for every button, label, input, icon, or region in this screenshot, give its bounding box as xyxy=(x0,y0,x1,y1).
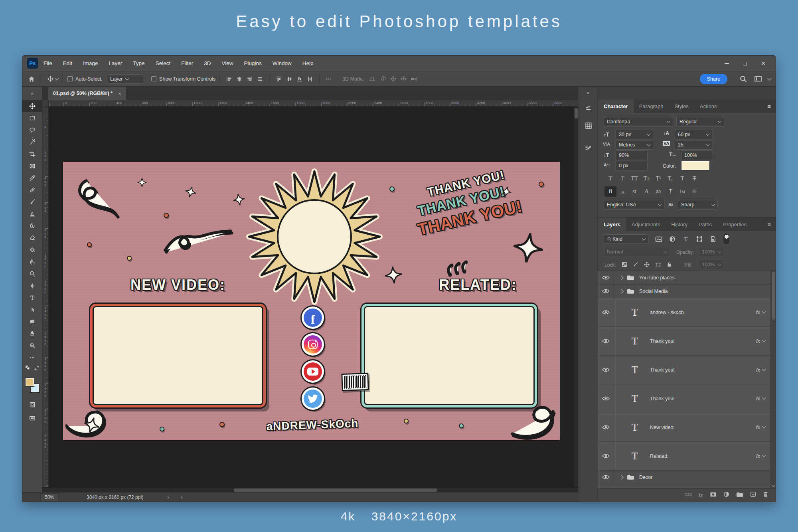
filter-type-layers-icon[interactable]: T xyxy=(680,234,691,244)
opentype-button[interactable]: 1st xyxy=(676,186,688,197)
layer-fx-chevron[interactable] xyxy=(762,425,766,429)
clone-stamp-tool[interactable] xyxy=(22,208,42,220)
zoom-level[interactable]: 50% xyxy=(40,493,59,501)
group-expand-chevron[interactable] xyxy=(619,475,623,479)
layer-fx-chevron[interactable] xyxy=(762,310,766,314)
layer-row[interactable]: T YouTube places xyxy=(598,271,776,285)
layer-name[interactable]: New video: xyxy=(650,425,675,430)
layer-style-icon[interactable]: fx xyxy=(699,492,703,498)
add-mask-icon[interactable] xyxy=(710,492,717,499)
text-layer-thumbnail[interactable]: T xyxy=(627,450,643,462)
layer-row[interactable]: T Thank you! fx xyxy=(598,356,776,384)
type-style-button[interactable]: Tᴛ xyxy=(640,174,652,184)
font-family-dropdown[interactable]: Comfortaa xyxy=(604,117,673,127)
layer-fx-badge[interactable]: fx xyxy=(756,367,762,373)
tab-close-icon[interactable]: × xyxy=(118,91,121,97)
horizontal-scrollbar[interactable] xyxy=(42,487,578,492)
group-expand-chevron[interactable] xyxy=(619,289,623,293)
opentype-button[interactable]: T xyxy=(664,186,676,197)
align-top-icon[interactable] xyxy=(274,74,284,84)
align-center-horizontal-icon[interactable] xyxy=(234,74,245,84)
text-layer-thumbnail[interactable]: T xyxy=(627,335,643,347)
layer-name[interactable]: Thank you! xyxy=(650,396,675,401)
layers-scrollbar[interactable] xyxy=(770,271,776,488)
filter-toggle-switch[interactable] xyxy=(723,233,729,244)
filter-adjustment-layers-icon[interactable] xyxy=(667,234,678,244)
swap-colors-icon[interactable] xyxy=(34,365,40,372)
tab-paths[interactable]: Paths xyxy=(693,218,717,231)
auto-select-target-dropdown[interactable]: Layer xyxy=(107,74,143,84)
horizontal-scale-field[interactable]: 100% xyxy=(681,150,713,160)
hand-tool[interactable] xyxy=(22,328,42,340)
tab-history[interactable]: History xyxy=(666,218,693,231)
align-right-icon[interactable] xyxy=(245,74,255,84)
layer-row[interactable]: T andrew - skoch fx xyxy=(598,298,776,327)
layer-visibility-toggle[interactable] xyxy=(598,271,614,284)
type-style-button[interactable]: T₁ xyxy=(664,174,676,184)
paint-bucket-tool[interactable] xyxy=(22,244,42,256)
tab-styles[interactable]: Styles xyxy=(669,99,694,113)
menu-item[interactable]: Image xyxy=(83,60,98,66)
language-dropdown[interactable]: English: USA xyxy=(604,200,664,210)
share-button[interactable]: Share xyxy=(700,74,727,84)
panel-menu-icon[interactable]: ≡ xyxy=(767,221,776,228)
brush-settings-panel-icon[interactable] xyxy=(579,139,598,157)
menu-item[interactable]: Edit xyxy=(63,60,72,66)
menu-item[interactable]: 3D xyxy=(204,60,211,66)
opentype-button[interactable]: fi xyxy=(604,186,616,197)
magic-wand-tool[interactable] xyxy=(22,136,42,148)
edit-toolbar-icon[interactable] xyxy=(22,352,42,364)
quick-mask-icon[interactable] xyxy=(22,399,42,411)
delete-layer-icon[interactable] xyxy=(763,491,768,499)
vertical-scrollbar[interactable] xyxy=(573,107,578,487)
tab-actions[interactable]: Actions xyxy=(694,99,723,113)
text-layer-thumbnail[interactable]: T xyxy=(627,393,643,405)
crop-tool[interactable] xyxy=(22,148,42,160)
type-style-button[interactable]: TT xyxy=(628,174,640,184)
layer-row[interactable]: T New video: fx xyxy=(598,413,776,442)
panel-menu-icon[interactable]: ≡ xyxy=(767,103,776,110)
layer-visibility-toggle[interactable] xyxy=(598,384,614,413)
group-expand-chevron[interactable] xyxy=(619,275,623,280)
font-size-field[interactable]: 30 px xyxy=(616,130,653,139)
type-style-button[interactable]: T xyxy=(676,174,688,184)
vertical-scale-field[interactable]: 90% xyxy=(616,150,648,160)
layer-name[interactable]: Related: xyxy=(650,453,669,459)
type-style-button[interactable]: T xyxy=(616,174,628,184)
minimize-button[interactable] xyxy=(717,55,736,71)
layer-visibility-toggle[interactable] xyxy=(598,298,614,326)
lock-transparent-icon[interactable] xyxy=(619,260,630,269)
layer-fx-badge[interactable]: fx xyxy=(756,424,762,430)
filter-pixel-layers-icon[interactable] xyxy=(653,234,664,244)
menu-item[interactable]: View xyxy=(221,60,233,66)
lock-position-icon[interactable] xyxy=(641,260,652,269)
text-layer-thumbnail[interactable]: T xyxy=(627,421,643,433)
filter-shape-layers-icon[interactable] xyxy=(694,234,705,244)
anti-alias-dropdown[interactable]: Sharp xyxy=(678,200,718,210)
align-bottom-icon[interactable] xyxy=(294,74,305,84)
layer-fx-chevron[interactable] xyxy=(762,396,766,400)
opentype-button[interactable]: st xyxy=(628,186,640,197)
lock-all-icon[interactable] xyxy=(664,260,675,269)
tool-preset-chevron[interactable] xyxy=(55,76,59,80)
patterns-panel-icon[interactable] xyxy=(579,117,598,134)
new-layer-icon[interactable] xyxy=(750,491,756,499)
distribute-vertical-icon[interactable] xyxy=(255,74,265,84)
opentype-button[interactable]: ℴ xyxy=(616,186,628,197)
more-options-icon[interactable] xyxy=(324,74,334,84)
align-left-icon[interactable] xyxy=(224,74,234,84)
type-tool[interactable] xyxy=(22,292,42,304)
tab-character[interactable]: Character xyxy=(598,99,634,113)
font-style-dropdown[interactable]: Regular xyxy=(676,117,724,127)
lock-pixels-icon[interactable] xyxy=(630,260,641,269)
filter-smart-objects-icon[interactable] xyxy=(707,234,719,244)
layer-row[interactable]: T Social Media xyxy=(598,285,776,298)
tab-adjustments[interactable]: Adjustments xyxy=(626,218,666,231)
screen-mode-icon[interactable] xyxy=(22,412,42,424)
text-layer-thumbnail[interactable]: T xyxy=(627,364,643,376)
foreground-color-swatch[interactable] xyxy=(26,378,34,386)
menu-item[interactable]: Filter xyxy=(181,60,193,66)
home-icon[interactable] xyxy=(26,74,37,84)
menu-item[interactable]: Layer xyxy=(109,60,122,66)
menu-item[interactable]: Select xyxy=(156,60,171,66)
